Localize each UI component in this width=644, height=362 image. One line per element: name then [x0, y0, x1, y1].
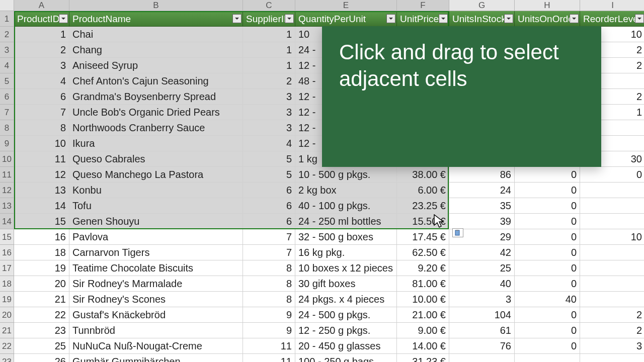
- filter-dropdown-icon[interactable]: [59, 14, 68, 23]
- paste-options-button[interactable]: [452, 228, 463, 237]
- cell[interactable]: Teatime Chocolate Biscuits: [69, 260, 243, 276]
- cell[interactable]: Aniseed Syrup: [69, 58, 243, 73]
- filter-dropdown-icon[interactable]: [635, 14, 644, 23]
- cell[interactable]: 0: [515, 229, 580, 245]
- cell[interactable]: 2: [580, 307, 644, 323]
- cell[interactable]: 13: [14, 183, 69, 198]
- cell[interactable]: 3: [14, 58, 69, 73]
- filter-dropdown-icon[interactable]: [504, 14, 513, 23]
- row-header-1[interactable]: 1: [0, 11, 14, 27]
- row-header-9[interactable]: 9: [0, 136, 14, 151]
- cell[interactable]: 3: [243, 120, 295, 136]
- cell[interactable]: [580, 260, 644, 276]
- cell[interactable]: 0: [515, 167, 580, 183]
- cell[interactable]: 7: [243, 245, 295, 260]
- cell[interactable]: Chai: [69, 27, 243, 42]
- cell[interactable]: 35: [449, 198, 515, 214]
- cell[interactable]: Tunnbröd: [69, 323, 243, 338]
- cell[interactable]: 25: [449, 260, 515, 276]
- cell[interactable]: 0: [515, 307, 580, 323]
- cell[interactable]: 0: [515, 214, 580, 229]
- cell[interactable]: 39: [449, 214, 515, 229]
- table-header-unitsonorder[interactable]: UnitsOnOrder: [515, 11, 580, 27]
- filter-dropdown-icon[interactable]: [439, 14, 448, 23]
- column-header-E[interactable]: E: [295, 0, 397, 11]
- cell[interactable]: 0: [515, 198, 580, 214]
- column-header-A[interactable]: A: [14, 0, 69, 11]
- cell[interactable]: 40: [449, 276, 515, 292]
- filter-dropdown-icon[interactable]: [285, 14, 294, 23]
- cell[interactable]: 20: [14, 276, 69, 292]
- cell[interactable]: [580, 198, 644, 214]
- cell[interactable]: 21: [14, 292, 69, 307]
- filter-dropdown-icon[interactable]: [386, 14, 395, 23]
- table-header-unitprice[interactable]: UnitPrice: [397, 11, 449, 27]
- cell[interactable]: 1: [243, 27, 295, 42]
- cell[interactable]: 9: [243, 307, 295, 323]
- cell[interactable]: 2 kg box: [295, 183, 397, 198]
- cell[interactable]: 40 - 100 g pkgs.: [295, 198, 397, 214]
- row-header-11[interactable]: 11: [0, 167, 14, 183]
- row-header-4[interactable]: 4: [0, 58, 14, 73]
- row-header-14[interactable]: 14: [0, 214, 14, 229]
- cell[interactable]: 16 kg pkg.: [295, 245, 397, 260]
- cell[interactable]: 0: [515, 276, 580, 292]
- cell[interactable]: 2: [243, 73, 295, 89]
- cell[interactable]: [580, 354, 644, 362]
- cell[interactable]: 24 - 500 g pkgs.: [295, 307, 397, 323]
- cell[interactable]: Sir Rodney's Marmalade: [69, 276, 243, 292]
- row-header-5[interactable]: 5: [0, 73, 14, 89]
- cell[interactable]: Gumbär Gummibärchen: [69, 354, 243, 362]
- filter-dropdown-icon[interactable]: [570, 14, 579, 23]
- cell[interactable]: 19: [14, 260, 69, 276]
- row-header-8[interactable]: 8: [0, 120, 14, 136]
- select-all-corner[interactable]: [0, 0, 14, 11]
- cell[interactable]: 42: [449, 245, 515, 260]
- cell[interactable]: [580, 245, 644, 260]
- row-header-20[interactable]: 20: [0, 307, 14, 323]
- column-header-G[interactable]: G: [449, 0, 515, 11]
- cell[interactable]: 16: [14, 229, 69, 245]
- cell[interactable]: 32 - 500 g boxes: [295, 229, 397, 245]
- cell[interactable]: 9.20 €: [397, 260, 449, 276]
- cell[interactable]: 11: [14, 151, 69, 167]
- cell[interactable]: 8: [14, 120, 69, 136]
- cell[interactable]: Queso Manchego La Pastora: [69, 167, 243, 183]
- cell[interactable]: 10: [580, 229, 644, 245]
- row-header-10[interactable]: 10: [0, 151, 14, 167]
- cell[interactable]: Queso Cabrales: [69, 151, 243, 167]
- cell[interactable]: 14.00 €: [397, 338, 449, 354]
- cell[interactable]: Konbu: [69, 183, 243, 198]
- cell[interactable]: 3: [243, 89, 295, 105]
- cell[interactable]: 23.25 €: [397, 198, 449, 214]
- row-header-2[interactable]: 2: [0, 27, 14, 42]
- cell[interactable]: 1: [14, 27, 69, 42]
- cell[interactable]: 8: [243, 292, 295, 307]
- row-header-17[interactable]: 17: [0, 260, 14, 276]
- cell[interactable]: NuNuCa Nuß-Nougat-Creme: [69, 338, 243, 354]
- cell[interactable]: 86: [449, 167, 515, 183]
- cell[interactable]: 21.00 €: [397, 307, 449, 323]
- cell[interactable]: 1: [243, 58, 295, 73]
- cell[interactable]: 3: [243, 105, 295, 120]
- row-header-21[interactable]: 21: [0, 323, 14, 338]
- cell[interactable]: 23: [14, 323, 69, 338]
- table-header-supplierid[interactable]: SupplierID: [243, 11, 295, 27]
- cell[interactable]: 26: [14, 354, 69, 362]
- row-header-6[interactable]: 6: [0, 89, 14, 105]
- cell[interactable]: Tofu: [69, 198, 243, 214]
- cell[interactable]: 9.00 €: [397, 323, 449, 338]
- cell[interactable]: 0: [515, 338, 580, 354]
- cell[interactable]: 17.45 €: [397, 229, 449, 245]
- cell[interactable]: 61: [449, 323, 515, 338]
- row-header-18[interactable]: 18: [0, 276, 14, 292]
- cell[interactable]: 15: [14, 214, 69, 229]
- cell[interactable]: 20 - 450 g glasses: [295, 338, 397, 354]
- cell[interactable]: 11: [243, 338, 295, 354]
- cell[interactable]: 12 - 250 g pkgs.: [295, 323, 397, 338]
- cell[interactable]: 6: [243, 183, 295, 198]
- cell[interactable]: 38.00 €: [397, 167, 449, 183]
- cell[interactable]: 24 pkgs. x 4 pieces: [295, 292, 397, 307]
- column-header-F[interactable]: F: [397, 0, 449, 11]
- cell[interactable]: 31.23 €: [397, 354, 449, 362]
